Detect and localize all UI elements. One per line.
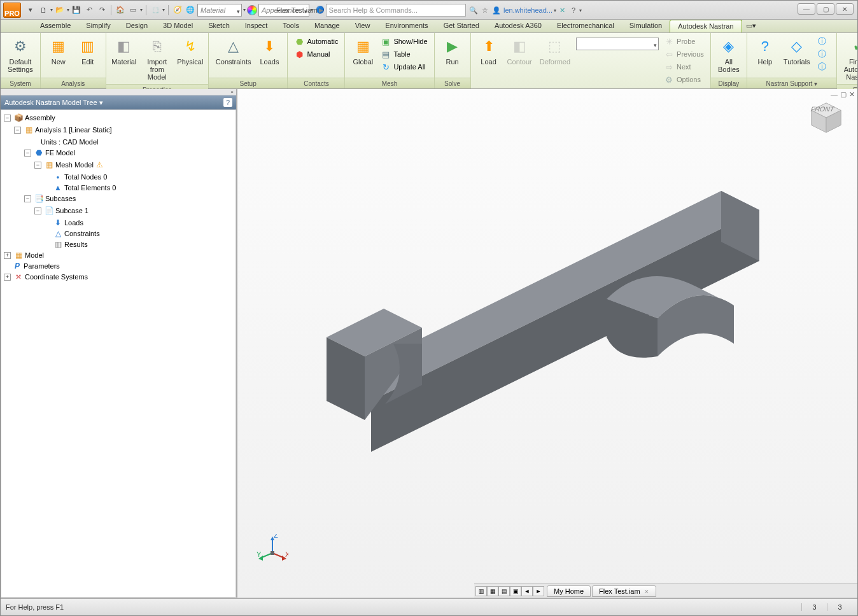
global-button[interactable]: ▦Global bbox=[349, 35, 377, 67]
tree-subcase1[interactable]: Subcase 1 bbox=[55, 206, 88, 216]
expand-icon[interactable]: − bbox=[34, 207, 41, 214]
panel-close-icon[interactable]: × bbox=[1, 89, 236, 95]
tutorials-button[interactable]: ◇Tutorials bbox=[780, 35, 813, 67]
tab-simulation[interactable]: Simulation bbox=[622, 20, 670, 32]
app-icon[interactable]: PRO bbox=[3, 3, 21, 18]
tab-overflow[interactable]: ▭▾ bbox=[742, 20, 760, 32]
tab-simplify[interactable]: Simplify bbox=[78, 20, 118, 32]
tree-results[interactable]: Results bbox=[64, 239, 88, 250]
tree-femodel[interactable]: FE Model bbox=[45, 148, 75, 158]
doc-tab-file[interactable]: Flex Test.iam✕ bbox=[592, 585, 656, 597]
finish-button[interactable]: ✔FinishAutodesk Nastran bbox=[841, 35, 858, 82]
minimize-button[interactable]: — bbox=[798, 3, 815, 15]
tree-units[interactable]: Units : CAD Model bbox=[41, 137, 98, 148]
material-dropdown[interactable]: Material bbox=[197, 4, 242, 17]
expand-icon[interactable]: − bbox=[24, 195, 31, 202]
info-3-button[interactable]: ⓘ bbox=[815, 60, 833, 73]
view-layout-1-icon[interactable]: ▥ bbox=[475, 586, 487, 596]
home-icon[interactable]: 🏠 bbox=[115, 4, 126, 16]
model-tree[interactable]: −📦Assembly −▦Analysis 1 [Linear Static] … bbox=[1, 109, 236, 598]
help-button[interactable]: ?Help bbox=[751, 35, 779, 67]
close-button[interactable]: ✕ bbox=[836, 3, 854, 15]
import-from-model-button[interactable]: ⎘Import fromModel bbox=[139, 35, 175, 82]
open-file-icon[interactable]: 📂 bbox=[54, 4, 66, 16]
expand-icon[interactable]: − bbox=[24, 150, 31, 157]
edit-button[interactable]: ▥Edit bbox=[74, 35, 102, 67]
constraints-button[interactable]: △Constraints bbox=[213, 35, 255, 67]
update-all-button[interactable]: ↻Update All bbox=[378, 60, 430, 73]
material-button[interactable]: ◧Material bbox=[110, 35, 138, 67]
measure-icon[interactable]: 🧭 bbox=[172, 4, 183, 16]
panel-help-icon[interactable]: ? bbox=[223, 98, 232, 107]
tab-design[interactable]: Design bbox=[118, 20, 155, 32]
select-icon[interactable]: ⬚ bbox=[150, 4, 161, 16]
tab-3dmodel[interactable]: 3D Model bbox=[155, 20, 200, 32]
vp-minimize-icon[interactable]: — bbox=[831, 90, 838, 99]
view-prev-icon[interactable]: ◄ bbox=[521, 586, 533, 596]
tab-getstarted[interactable]: Get Started bbox=[436, 20, 487, 32]
maximize-button[interactable]: ▢ bbox=[817, 3, 834, 15]
view-layout-4-icon[interactable]: ▣ bbox=[510, 586, 521, 596]
user-label[interactable]: len.whitehead... bbox=[503, 6, 552, 14]
signin-icon[interactable]: 👤 bbox=[491, 4, 502, 16]
all-bodies-button[interactable]: ◈AllBodies bbox=[715, 35, 743, 74]
loads-button[interactable]: ⬇Loads bbox=[255, 35, 283, 67]
view-next-icon[interactable]: ► bbox=[533, 586, 544, 596]
tab-view[interactable]: View bbox=[348, 20, 378, 32]
tab-nastran[interactable]: Autodesk Nastran bbox=[670, 20, 742, 32]
expand-icon[interactable]: − bbox=[34, 162, 41, 169]
qat-dropdown-icon[interactable]: ▾ bbox=[25, 4, 36, 16]
vp-close-icon[interactable]: ✕ bbox=[849, 90, 855, 99]
tree-coord[interactable]: Coordinate Systems bbox=[25, 272, 88, 283]
tree-meshmodel[interactable]: Mesh Model bbox=[55, 160, 94, 171]
automatic-button[interactable]: ⬣Automatic bbox=[292, 35, 341, 48]
redo-icon[interactable]: ↷ bbox=[96, 4, 108, 16]
tab-assemble[interactable]: Assemble bbox=[32, 20, 78, 32]
results-dropdown[interactable] bbox=[576, 38, 659, 50]
tab-tools[interactable]: Tools bbox=[275, 20, 307, 32]
new-button[interactable]: ▦New bbox=[45, 35, 73, 67]
table-button[interactable]: ▤Table bbox=[378, 48, 430, 60]
expand-icon[interactable]: − bbox=[4, 115, 11, 122]
info-1-button[interactable]: ⓘ bbox=[815, 35, 833, 48]
manual-button[interactable]: ⬢Manual bbox=[292, 48, 341, 60]
exchange-icon[interactable]: ✕ bbox=[556, 4, 568, 16]
close-tab-icon[interactable]: ✕ bbox=[644, 589, 649, 595]
star-icon[interactable]: ☆ bbox=[479, 4, 491, 16]
tree-assembly[interactable]: Assembly bbox=[25, 113, 55, 123]
help-icon[interactable]: ? bbox=[568, 4, 579, 16]
tree-parameters[interactable]: Parameters bbox=[24, 261, 60, 272]
tab-a360[interactable]: Autodesk A360 bbox=[487, 20, 549, 32]
3d-viewport[interactable]: — ▢ ✕ FRONT bbox=[237, 89, 857, 598]
tab-electromech[interactable]: Electromechanical bbox=[549, 20, 622, 32]
tree-loads[interactable]: Loads bbox=[64, 218, 83, 228]
search-icon[interactable]: 🔍 bbox=[468, 4, 479, 16]
expand-icon[interactable]: + bbox=[4, 274, 11, 281]
undo-icon[interactable]: ↶ bbox=[83, 4, 95, 16]
tree-constraints[interactable]: Constraints bbox=[64, 228, 100, 239]
tree-analysis[interactable]: Analysis 1 [Linear Static] bbox=[35, 125, 111, 136]
axis-triad[interactable]: Z X Y bbox=[257, 534, 288, 566]
tree-nodes[interactable]: Total Nodes 0 bbox=[64, 172, 107, 183]
expand-icon[interactable]: + bbox=[4, 252, 11, 259]
run-button[interactable]: ▶Run bbox=[439, 35, 467, 67]
tree-subcases[interactable]: Subcases bbox=[45, 193, 76, 204]
load-button[interactable]: ⬆Load bbox=[475, 35, 503, 67]
search-input[interactable]: Search Help & Commands... bbox=[326, 4, 466, 17]
doc-tab-home[interactable]: My Home bbox=[547, 585, 591, 597]
view-layout-3-icon[interactable]: ▤ bbox=[498, 586, 510, 596]
tab-environments[interactable]: Environments bbox=[377, 20, 435, 32]
view-layout-2-icon[interactable]: ▦ bbox=[487, 586, 498, 596]
expand-icon[interactable]: − bbox=[14, 127, 21, 134]
tree-model[interactable]: Model bbox=[25, 250, 44, 261]
vp-maximize-icon[interactable]: ▢ bbox=[840, 90, 847, 99]
color-swatch-icon[interactable] bbox=[247, 5, 257, 15]
globe-icon[interactable]: 🌐 bbox=[185, 4, 196, 16]
open-doc-icon[interactable]: ▭ bbox=[127, 4, 139, 16]
tree-elements[interactable]: Total Elements 0 bbox=[64, 183, 116, 193]
viewcube[interactable]: FRONT bbox=[808, 99, 845, 136]
save-icon[interactable]: 💾 bbox=[71, 4, 82, 16]
tab-manage[interactable]: Manage bbox=[307, 20, 348, 32]
physical-button[interactable]: ↯Physical bbox=[176, 35, 204, 67]
panel-title[interactable]: Autodesk Nastran Model Tree ▾? bbox=[1, 95, 236, 109]
